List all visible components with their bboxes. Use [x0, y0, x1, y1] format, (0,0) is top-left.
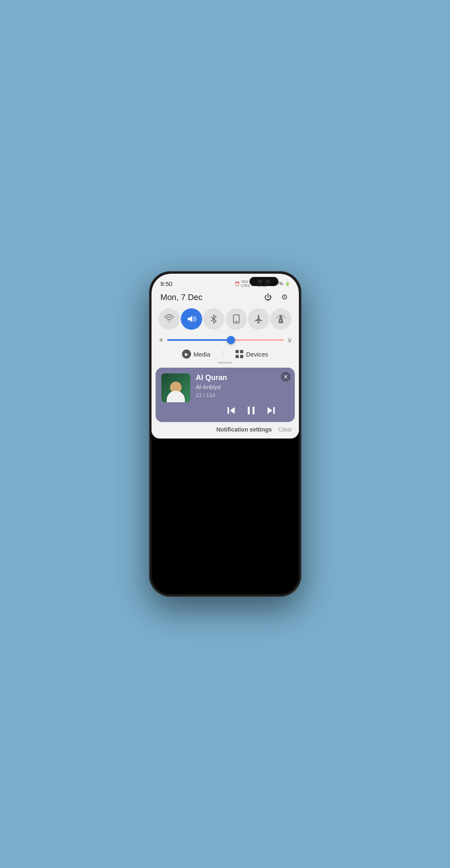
- prev-icon: [226, 405, 237, 416]
- quick-date: Mon, 7 Dec: [161, 293, 203, 302]
- media-play-icon: ▶: [182, 350, 191, 359]
- airplane-toggle[interactable]: [248, 308, 269, 330]
- power-icon[interactable]: ⏻: [263, 292, 273, 303]
- alarm-icon: ⏰: [235, 282, 240, 286]
- brightness-icon: ☀: [158, 336, 164, 344]
- sound-toggle[interactable]: [181, 308, 202, 330]
- person-art: [166, 378, 186, 402]
- notification-subtitle: Al-Anbiya': [196, 384, 289, 390]
- notification-shade: 9:50 ⏰ VoULTE1 📶 VoULTE2 📶 67% 🔋 Mon, 7 …: [152, 274, 299, 439]
- bluetooth-toggle[interactable]: [203, 308, 224, 330]
- quick-header-icons: ⏻ ⚙: [263, 292, 290, 303]
- wifi-icon: [164, 314, 174, 324]
- svg-line-6: [278, 316, 279, 317]
- svg-rect-15: [273, 407, 275, 414]
- svg-rect-4: [280, 315, 282, 318]
- person-body: [167, 391, 185, 402]
- notification-settings-button[interactable]: Notification settings: [216, 426, 272, 433]
- phone-screen: 9:50 ⏰ VoULTE1 📶 VoULTE2 📶 67% 🔋 Mon, 7 …: [152, 274, 299, 594]
- media-devices-row: ▶ Media Devices: [152, 346, 299, 361]
- rotation-toggle[interactable]: [226, 308, 247, 330]
- flashlight-icon: [276, 314, 286, 324]
- svg-rect-12: [247, 407, 249, 415]
- svg-marker-1: [188, 316, 192, 322]
- volume-down-button[interactable]: [149, 345, 149, 370]
- brightness-thumb: [227, 336, 235, 344]
- bixby-button[interactable]: [149, 376, 149, 401]
- clear-button[interactable]: Clear: [278, 426, 292, 433]
- volume-up-button[interactable]: [149, 325, 149, 339]
- notification-top: Al Quran Al-Anbiya' 21 / 114: [161, 373, 289, 402]
- notification-actions: Notification settings Clear: [152, 422, 299, 434]
- notification-info: Al Quran Al-Anbiya' 21 / 114: [196, 373, 289, 398]
- brightness-slider[interactable]: [167, 339, 284, 341]
- camera-lens-1: [258, 279, 262, 284]
- camera-cutout: [249, 277, 278, 286]
- battery-icon: 🔋: [285, 282, 290, 286]
- handle-bar: [218, 362, 233, 364]
- notification-close-button[interactable]: ✕: [281, 372, 291, 382]
- next-button[interactable]: [265, 405, 277, 416]
- quick-toggles: [152, 307, 299, 335]
- svg-rect-11: [227, 407, 229, 414]
- playback-controls: [161, 405, 289, 416]
- album-art: [161, 373, 190, 402]
- airplane-icon: [254, 314, 263, 324]
- next-icon: [265, 405, 277, 416]
- svg-rect-13: [252, 407, 254, 415]
- svg-marker-10: [230, 407, 235, 414]
- pause-button[interactable]: [245, 405, 257, 416]
- prev-button[interactable]: [226, 405, 237, 416]
- camera-lens-2: [266, 279, 270, 284]
- devices-icon: [235, 350, 244, 358]
- album-art-inner: [161, 373, 190, 402]
- settings-icon[interactable]: ⚙: [279, 292, 290, 303]
- power-button[interactable]: [301, 337, 301, 362]
- status-time: 9:50: [161, 280, 173, 287]
- flashlight-toggle[interactable]: [270, 308, 291, 330]
- quick-panel-header: Mon, 7 Dec ⏻ ⚙: [152, 289, 299, 307]
- media-label: Media: [194, 351, 210, 358]
- phone-device: 9:50 ⏰ VoULTE1 📶 VoULTE2 📶 67% 🔋 Mon, 7 …: [149, 271, 301, 597]
- sound-icon: [187, 314, 196, 324]
- wifi-toggle[interactable]: [159, 308, 180, 330]
- notification-title: Al Quran: [196, 373, 289, 382]
- pause-icon: [245, 405, 257, 416]
- svg-line-7: [283, 316, 284, 317]
- notification-card: ✕ Al Quran: [156, 368, 295, 422]
- media-button[interactable]: ▶ Media: [182, 350, 210, 359]
- brightness-row: ☀ ∨: [152, 335, 299, 346]
- media-devices-divider: [223, 350, 223, 358]
- devices-button[interactable]: Devices: [235, 350, 268, 358]
- notification-progress: 21 / 114: [196, 392, 289, 398]
- expand-icon[interactable]: ∨: [287, 335, 292, 345]
- signal-info: VoULTE1: [241, 279, 250, 288]
- devices-label: Devices: [246, 351, 268, 358]
- svg-marker-14: [267, 407, 272, 414]
- svg-point-0: [168, 321, 170, 322]
- rotation-icon: [231, 314, 241, 324]
- bluetooth-icon: [209, 314, 219, 324]
